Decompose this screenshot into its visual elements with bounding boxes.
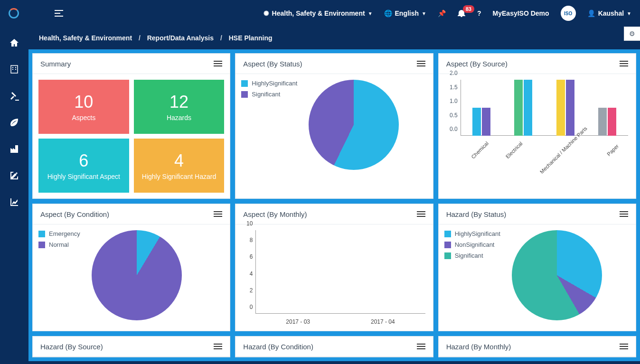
panel-title: Aspect (By Condition) (40, 210, 109, 218)
help-icon[interactable]: ? (477, 9, 481, 17)
legend-swatch (38, 242, 45, 248)
panel-title: Aspect (By Monthly) (243, 210, 307, 218)
language-selector[interactable]: 🌐 English ▼ (384, 9, 426, 17)
svg-rect-5 (15, 67, 16, 68)
summary-tile[interactable]: 6Highly Significant Aspect (38, 139, 129, 193)
summary-tile[interactable]: 4Highly Significant Hazard (134, 139, 225, 193)
tile-label: Highly Significant Aspect (47, 173, 120, 180)
legend-swatch (444, 252, 451, 259)
panel-menu-icon[interactable] (214, 342, 222, 351)
breadcrumb-1[interactable]: Health, Safety & Environment (39, 34, 132, 42)
legend-swatch (444, 242, 451, 248)
sidebar-industry-icon[interactable] (9, 144, 19, 154)
legend-swatch (444, 231, 451, 237)
legend-label: Normal (49, 241, 69, 248)
sidebar-leaf-icon[interactable] (9, 118, 19, 127)
company-label: MyEasyISO Demo (493, 9, 549, 17)
breadcrumb: Health, Safety & Environment / Report/Da… (28, 27, 640, 49)
sidebar-gavel-icon[interactable] (9, 91, 19, 101)
panel-aspect-condition: Aspect (By Condition) EmergencyNormal (32, 204, 230, 331)
legend-swatch (241, 91, 248, 98)
pie-chart (512, 230, 602, 320)
module-label: Health, Safety & Environment (272, 9, 365, 17)
sidebar-building-icon[interactable] (10, 65, 19, 74)
user-menu[interactable]: 👤 Kaushal ▼ (587, 9, 631, 17)
panel-menu-icon[interactable] (620, 342, 628, 351)
legend-item: HighlySignificant (241, 80, 297, 87)
panel-menu-icon[interactable] (417, 342, 425, 351)
tile-label: Hazards (167, 114, 191, 121)
tile-number: 10 (74, 92, 93, 112)
svg-rect-1 (55, 13, 60, 14)
panel-menu-icon[interactable] (620, 59, 628, 68)
panel-title: Summary (40, 60, 71, 68)
panel-menu-icon[interactable] (214, 59, 222, 68)
legend-item: Significant (444, 252, 500, 259)
legend-item: Significant (241, 91, 297, 98)
summary-tile[interactable]: 10Aspects (38, 80, 129, 134)
notifications-icon[interactable]: 83 (457, 9, 466, 18)
pie-chart (309, 80, 399, 170)
company-avatar[interactable]: ISO (561, 6, 576, 21)
tile-number: 6 (79, 151, 88, 171)
category-label: 2017 - 03 (255, 318, 340, 325)
legend-item: HighlySignificant (444, 230, 500, 237)
legend-label: Emergency (49, 230, 80, 237)
app-logo (9, 8, 19, 19)
sidebar-chart-icon[interactable] (9, 197, 19, 207)
content: Summary 10Aspects12Hazards6Highly Signif… (28, 49, 640, 361)
svg-rect-4 (12, 67, 13, 68)
svg-rect-2 (55, 16, 63, 17)
sidebar-home-icon[interactable] (9, 38, 19, 47)
panel-aspect-status: Aspect (By Status) HighlySignificantSign… (235, 53, 433, 199)
panel-menu-icon[interactable] (417, 210, 425, 218)
legend-item: NonSignificant (444, 241, 500, 248)
collapse-menu-icon[interactable] (55, 10, 63, 17)
tile-label: Highly Significant Hazard (142, 173, 216, 180)
panel-menu-icon[interactable] (417, 59, 425, 68)
notification-badge: 83 (463, 5, 474, 13)
legend-label: Significant (252, 91, 280, 98)
category-label: 2017 - 04 (340, 318, 425, 325)
legend-label: Significant (455, 252, 483, 259)
bar (566, 80, 574, 136)
legend-label: HighlySignificant (455, 230, 500, 237)
bar (514, 80, 523, 136)
bar (608, 108, 616, 136)
panel-hazard-monthly: Hazard (By Monthly) (438, 336, 636, 357)
breadcrumb-2[interactable]: Report/Data Analysis (147, 34, 214, 42)
bar (524, 80, 532, 136)
topbar: ✺ Health, Safety & Environment ▼ 🌐 Engli… (0, 0, 640, 27)
panel-menu-icon[interactable] (620, 210, 628, 218)
legend-swatch (38, 231, 45, 237)
panel-hazard-condition: Hazard (By Condition) (235, 336, 433, 357)
bar (472, 108, 481, 136)
pin-icon[interactable]: 📌 (438, 9, 446, 17)
svg-rect-6 (12, 69, 13, 70)
panel-title: Hazard (By Source) (40, 343, 103, 351)
module-selector[interactable]: ✺ Health, Safety & Environment ▼ (264, 9, 373, 17)
category-label: Paper (599, 136, 639, 176)
svg-rect-0 (55, 10, 63, 11)
svg-rect-3 (11, 65, 18, 73)
legend-item: Normal (38, 241, 80, 248)
panel-aspect-monthly: Aspect (By Monthly) 0246810 2017 - 03201… (235, 204, 433, 331)
gear-icon: ✺ (264, 9, 269, 17)
sidebar (0, 27, 28, 361)
panel-title: Hazard (By Condition) (243, 343, 313, 351)
user-label: Kaushal (598, 9, 624, 17)
panel-title: Aspect (By Source) (446, 60, 508, 68)
bar (598, 108, 607, 136)
settings-tab[interactable]: ⚙ (624, 27, 640, 41)
pie-chart (92, 230, 182, 320)
panel-aspect-source: Aspect (By Source) 0.00.51.01.52.0 Chemi… (438, 53, 636, 199)
panel-menu-icon[interactable] (214, 210, 222, 218)
legend-label: NonSignificant (455, 241, 495, 248)
bar (482, 108, 490, 136)
summary-tile[interactable]: 12Hazards (134, 80, 225, 134)
sidebar-edit-icon[interactable] (9, 171, 19, 180)
legend-label: HighlySignificant (252, 80, 297, 87)
panel-title: Hazard (By Monthly) (446, 343, 511, 351)
bar-chart: 0246810 2017 - 032017 - 04 (241, 230, 427, 325)
language-label: English (395, 9, 419, 17)
